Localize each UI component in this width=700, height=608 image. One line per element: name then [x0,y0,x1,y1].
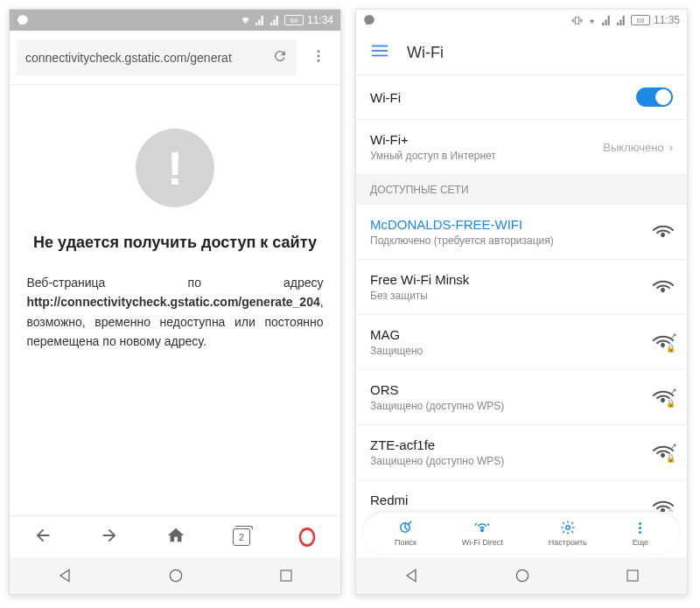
bottom-action-bar: Поиск Wi-Fi Direct Настроить Еще [363,512,680,554]
svg-point-10 [566,526,570,530]
wifi-signal-icon: 🔒↗ [654,389,673,405]
network-name: ORS [370,382,504,397]
left-phone-browser: 68 11:34 connectivitycheck.gstatic.com/g… [9,9,341,595]
network-name: Redmi [370,493,423,507]
wifi-signal-icon [654,279,673,295]
nav-back-icon[interactable] [56,567,74,584]
signal-icon [601,15,612,26]
network-status: Подключено (требуется авторизация) [370,234,554,247]
reload-icon[interactable] [272,48,288,66]
svg-rect-12 [627,570,638,581]
network-name: Free Wi-Fi Minsk [370,272,469,287]
status-bar: 68 11:35 [356,10,687,31]
wifi-signal-icon [654,224,673,240]
network-status: Защищено (доступно WPS) [370,400,504,412]
error-exclamation-icon: ! [136,129,214,207]
android-nav-bar [356,557,687,594]
wifi-header: Wi-Fi [356,31,687,75]
wifi-signal-icon: 🔒↗ [654,444,673,460]
network-name: McDONALDS-FREE-WIFI [370,217,554,232]
clock: 11:35 [654,14,680,26]
signal-icon [616,15,627,26]
action-еще[interactable]: Еще [633,520,648,547]
battery-icon: 68 [631,15,650,25]
action-label: Настроить [549,538,587,547]
forward-icon[interactable] [100,526,119,549]
action-icon [639,520,641,535]
svg-point-1 [318,54,320,57]
wifi-toggle-row[interactable]: Wi-Fi [356,75,687,120]
toggle-switch[interactable] [636,87,673,107]
wifi-network-row[interactable]: ORS Защищено (доступно WPS) 🔒↗ [356,370,687,425]
wifi-network-row[interactable]: McDONALDS-FREE-WIFI Подключено (требуетс… [356,205,687,260]
wifi-network-row[interactable]: Redmi Защищено 🔒 [356,480,687,512]
back-icon[interactable] [33,526,52,549]
svg-point-11 [516,570,528,581]
wifi-plus-status: Выключено [603,141,663,154]
browser-toolbar: 2 [10,515,340,557]
chevron-right-icon: › [669,141,673,154]
wifi-toggle-label: Wi-Fi [370,90,401,105]
action-label: Поиск [395,538,416,547]
nav-back-icon[interactable] [402,567,420,584]
action-настроить[interactable]: Настроить [549,520,587,547]
nav-recent-icon[interactable] [278,568,294,584]
svg-point-9 [481,529,483,531]
nav-home-icon[interactable] [167,567,185,584]
wifi-network-row[interactable]: Free Wi-Fi Minsk Без защиты [356,260,687,315]
network-name: ZTE-acf1fe [370,437,504,452]
signal-icon [270,15,281,26]
nav-home-icon[interactable] [514,567,531,584]
more-icon[interactable] [304,48,333,67]
android-nav-bar [10,557,340,594]
messenger-icon [17,14,29,26]
error-page: ! Не удается получить доступ к сайту Веб… [10,85,340,515]
wifi-icon [586,15,598,26]
wifi-network-row[interactable]: ZTE-acf1fe Защищено (доступно WPS) 🔒↗ [356,425,687,480]
network-status: Без защиты [370,290,469,302]
wifi-network-list[interactable]: McDONALDS-FREE-WIFI Подключено (требуетс… [356,205,687,512]
url-bar: connectivitycheck.gstatic.com/generat [10,31,340,85]
svg-point-2 [318,59,320,61]
error-description: Веб-страница по адресу http://connectivi… [26,273,323,352]
action-icon [473,520,491,535]
action-icon [560,520,576,535]
action-label: Wi-Fi Direct [462,538,503,547]
wifi-icon [240,15,251,26]
network-status: Защищено [370,510,423,512]
url-text: connectivitycheck.gstatic.com/generat [25,51,232,65]
action-label: Еще [633,538,648,547]
wifi-plus-label: Wi-Fi+ [370,132,496,147]
network-name: MAG [370,327,423,342]
wifi-plus-sub: Умный доступ в Интернет [370,150,496,162]
svg-point-3 [170,570,181,581]
right-phone-wifi-settings: 68 11:35 Wi-Fi Wi-Fi Wi-Fi+ Умный доступ… [355,9,688,595]
network-status: Защищено [370,345,423,357]
vibrate-icon [571,15,583,26]
network-status: Защищено (доступно WPS) [370,455,504,467]
signal-icon [255,15,266,26]
action-wi-fi direct[interactable]: Wi-Fi Direct [462,520,503,547]
action-icon [397,520,413,535]
tabs-button[interactable]: 2 [233,528,250,546]
wifi-signal-icon: 🔒 [654,500,673,512]
messenger-icon [363,14,375,26]
error-title: Не удается получить доступ к сайту [33,234,317,252]
svg-rect-4 [281,570,291,581]
url-field[interactable]: connectivitycheck.gstatic.com/generat [17,39,297,75]
wifi-signal-icon: 🔒↗ [654,334,673,350]
status-bar: 68 11:34 [10,10,340,31]
page-title: Wi-Fi [407,44,444,62]
section-header: ДОСТУПНЫЕ СЕТИ [356,175,687,205]
opera-icon[interactable] [298,528,317,547]
action-поиск[interactable]: Поиск [395,520,416,547]
clock: 11:34 [307,14,333,26]
battery-icon: 68 [284,15,304,25]
wifi-plus-row[interactable]: Wi-Fi+ Умный доступ в Интернет Выключено… [356,120,687,175]
wifi-network-row[interactable]: MAG Защищено 🔒↗ [356,315,687,370]
svg-point-0 [318,50,320,52]
nav-recent-icon[interactable] [625,568,640,584]
menu-icon[interactable] [370,43,389,62]
home-icon[interactable] [166,526,186,549]
